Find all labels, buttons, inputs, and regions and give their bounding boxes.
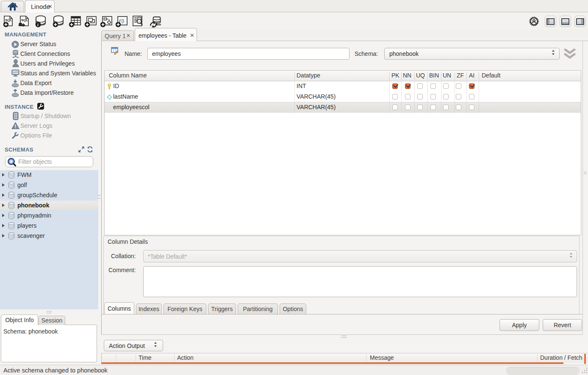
svg-text:(): () bbox=[122, 19, 125, 23]
svg-text:i: i bbox=[37, 22, 39, 27]
